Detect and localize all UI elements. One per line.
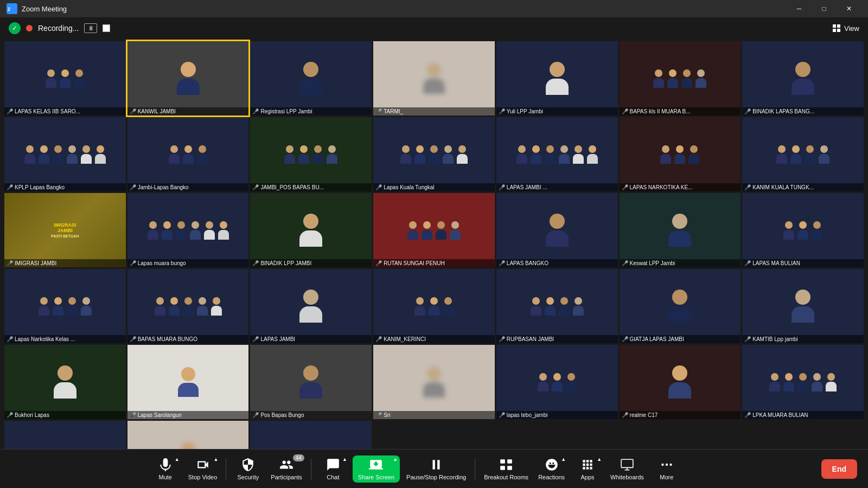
apps-button[interactable]: ▲ Apps <box>571 455 604 483</box>
security-label: Security <box>237 474 259 480</box>
whiteboards-button[interactable]: Whiteboards <box>607 455 647 483</box>
view-button[interactable]: View <box>832 24 859 33</box>
pause-stop-recording-button[interactable]: Pause/Stop Recording <box>403 455 469 483</box>
participants-badge: 44 <box>293 454 304 461</box>
svg-point-15 <box>661 463 663 465</box>
participant-label: 🎤GIATJA LAPAS JAMBI <box>620 335 741 343</box>
participant-label: 🎤Sri <box>373 411 495 419</box>
participant-label: 🎤LPKA MUARA BULIAN <box>742 411 864 419</box>
video-cell[interactable]: 🎤BAPAS MUARA BUNGO <box>127 269 249 343</box>
participants-button[interactable]: ▲ Participants 44 <box>267 455 305 483</box>
video-cell[interactable]: 🎤Bukhori Lapas <box>4 345 126 419</box>
pause-recording-label: Pause/Stop Recording <box>406 474 466 480</box>
stop-recording-button[interactable] <box>103 24 110 32</box>
participant-label: 🎤LAPAS KELAS IIB SARO... <box>4 107 126 115</box>
participant-label: 🎤BAPAS kls II MUARA B... <box>620 107 741 115</box>
participant-label: 🎤KPLP Lapas Bangko <box>4 183 126 191</box>
svg-rect-11 <box>507 466 512 470</box>
stop-video-button[interactable]: ▲ Stop Video <box>185 455 221 483</box>
video-cell[interactable]: 🎤KANIM_KERINCI <box>373 269 495 343</box>
participant-label: 🎤Pos Bapas Bungo <box>250 411 372 419</box>
video-cell[interactable]: 🎤TARMI_ <box>373 41 495 115</box>
video-cell[interactable]: 🎤Keswat LPP Jambi <box>620 193 741 267</box>
more-button[interactable]: More <box>650 455 683 483</box>
participant-label: 🎤Yuli LPP Jambi <box>496 107 618 115</box>
svg-rect-12 <box>621 459 633 467</box>
participant-label: 🎤Keswat LPP Jambi <box>620 259 741 267</box>
video-cell[interactable]: IMIGRASIJAMBIPASTI BETUAH🎤IMIGRASI JAMBI <box>4 193 126 267</box>
video-cell[interactable]: 🎤KPLP Lapas Bangko <box>4 117 126 191</box>
close-button[interactable]: ✕ <box>837 0 861 17</box>
video-cell[interactable]: 🎤Registrasi LPP Jambi <box>250 41 372 115</box>
video-cell[interactable]: 🎤JAMBI_POS BAPAS BU... <box>250 117 372 191</box>
video-cell[interactable]: 🎤KAMTIB Lpp jambi <box>742 269 864 343</box>
chat-chevron-icon: ▲ <box>342 457 347 462</box>
reactions-chevron-icon: ▲ <box>561 457 566 462</box>
end-button[interactable]: End <box>821 459 857 479</box>
toolbar-center: ▲ Mute ▲ Stop Video Security ▲ Participa… <box>11 455 821 483</box>
video-cell[interactable]: 🎤Lapas Sarolangun <box>127 345 249 419</box>
maximize-button[interactable]: □ <box>812 0 837 17</box>
more-icon <box>660 458 674 472</box>
view-label: View <box>844 24 859 33</box>
video-cell[interactable]: 🎤lapas tebo_jambi <box>496 345 618 419</box>
video-cell[interactable]: 🎤Yuli LPP Jambi <box>496 41 618 115</box>
video-cell[interactable]: 🎤RUTAN SUNGAI PENUH <box>373 193 495 267</box>
video-cell[interactable]: 🎤LAPAS BANGKO <box>496 193 618 267</box>
reactions-button[interactable]: ▲ Reactions <box>535 455 568 483</box>
video-cell[interactable]: 🎤LAPAS NARKOTIKA KE... <box>620 117 741 191</box>
svg-point-16 <box>666 463 668 465</box>
video-cell[interactable]: 🎤LPKA MUARA BULIAN <box>742 345 864 419</box>
video-cell[interactable]: 🎤Lapas muara bungo <box>127 193 249 267</box>
participant-label: 🎤LAPAS JAMBI <box>250 335 372 343</box>
grid-view-icon <box>832 24 841 33</box>
chat-label: Chat <box>327 474 339 480</box>
participant-label: 🎤Lapas Narkotika Kelas ... <box>4 335 126 343</box>
divider-2 <box>311 458 311 480</box>
participant-label: 🎤RUPBASAN JAMBI <box>496 335 618 343</box>
svg-rect-8 <box>500 459 505 464</box>
video-cell[interactable]: 🎤GIATJA LAPAS JAMBI <box>620 269 741 343</box>
video-cell[interactable]: 🎤realme C17 <box>620 345 741 419</box>
video-cell[interactable]: 🎤KANIM KUALA TUNGK... <box>742 117 864 191</box>
pause-recording-button[interactable]: ⏸ <box>84 23 97 33</box>
mute-button[interactable]: ▲ Mute <box>149 455 182 483</box>
participant-label: 🎤KANIM_KERINCI <box>373 335 495 343</box>
pause-recording-icon <box>429 458 443 472</box>
svg-rect-10 <box>500 466 505 470</box>
svg-rect-5 <box>837 29 840 32</box>
video-cell[interactable]: 🎤Sri <box>373 345 495 419</box>
security-button[interactable]: Security <box>232 455 264 483</box>
mute-label: Mute <box>159 474 172 480</box>
video-cell[interactable]: 🎤BAPAS kls II MUARA B... <box>620 41 741 115</box>
share-screen-button[interactable]: ▲ Share Screen <box>353 455 400 483</box>
recording-left: ✓ Recording... ⏸ <box>9 22 110 34</box>
svg-rect-2 <box>833 24 836 28</box>
video-cell[interactable]: 🎤BINADIK LPP JAMBI <box>250 193 372 267</box>
video-cell[interactable]: 🎤LAPAS KELAS IIB SARO... <box>4 41 126 115</box>
participant-label: 🎤Jambi-Lapas Bangko <box>127 183 249 191</box>
participant-label: 🎤Registrasi LPP Jambi <box>250 107 372 115</box>
participant-label: 🎤LAPAS JAMBI ... <box>496 183 618 191</box>
apps-icon <box>580 458 595 472</box>
security-shield-icon: ✓ <box>9 22 21 34</box>
video-cell[interactable]: 🎤LAPAS JAMBI ... <box>496 117 618 191</box>
minimize-button[interactable]: ─ <box>787 0 812 17</box>
window-title: Zoom Meeting <box>22 5 67 13</box>
video-cell[interactable]: 🎤LAPAS MA BULIAN <box>742 193 864 267</box>
mute-chevron-icon: ▲ <box>175 457 180 462</box>
video-cell[interactable]: 🎤BINADIK LAPAS BANG... <box>742 41 864 115</box>
video-cell[interactable]: 🎤RUPBASAN JAMBI <box>496 269 618 343</box>
stop-video-label: Stop Video <box>188 474 218 480</box>
svg-rect-3 <box>837 24 840 28</box>
video-cell[interactable]: 🎤Lapas Narkotika Kelas ... <box>4 269 126 343</box>
video-cell[interactable]: 🎤Lapas Kuala Tungkal <box>373 117 495 191</box>
participant-label: 🎤BINADIK LAPAS BANG... <box>742 107 864 115</box>
breakout-rooms-button[interactable]: Breakout Rooms <box>481 455 532 483</box>
video-cell[interactable]: 🎤Jambi-Lapas Bangko <box>127 117 249 191</box>
video-cell[interactable]: 🎤LAPAS JAMBI <box>250 269 372 343</box>
divider-1 <box>226 458 226 480</box>
video-cell[interactable]: 🎤KANWIL JAMBI <box>127 41 249 115</box>
chat-button[interactable]: ▲ Chat <box>317 455 349 483</box>
video-cell[interactable]: 🎤Pos Bapas Bungo <box>250 345 372 419</box>
